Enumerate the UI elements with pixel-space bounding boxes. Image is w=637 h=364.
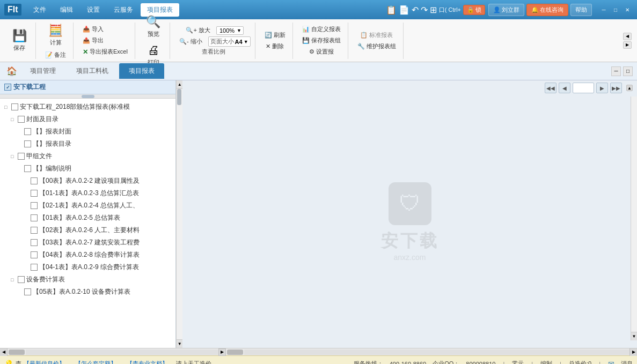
zoom-out-button[interactable]: 🔍- 缩小 [177, 36, 205, 47]
tree-item-note[interactable]: 【】编制说明 [0, 162, 175, 175]
export-excel-button[interactable]: ✕ 导出报表Excel [80, 47, 130, 57]
tree-check-04[interactable] [31, 251, 38, 258]
consult-button[interactable]: 🔔 在线咨询 [526, 4, 568, 16]
export-button[interactable]: 📤 导出 [80, 35, 130, 46]
vscroll-up-btn[interactable]: ▲ [177, 80, 182, 89]
tree-item-03[interactable]: 【03表】表A.0.2-7 建筑安装工程费 [0, 236, 175, 249]
tree-check-041[interactable] [31, 264, 38, 271]
calc-button[interactable]: 🧮 计算 [44, 21, 68, 49]
tree-item-cover-page[interactable]: 【】报表封面 [0, 125, 175, 138]
tree-item-01[interactable]: 【01表】表A.0.2-5 总估算表 [0, 212, 175, 224]
status-link-docs[interactable]: 【查专业文档】 [127, 360, 168, 364]
tree-group-equipment[interactable]: □ 设备费计算表 [0, 273, 175, 286]
menu-settings[interactable]: 设置 [80, 3, 106, 17]
minimize-button[interactable]: ─ [598, 4, 609, 15]
tree-item-01-1[interactable]: 【01-1表】表A.0.2-3 总估算汇总表 [0, 187, 175, 199]
save-report-group-button[interactable]: 💾 保存报表组 [299, 35, 343, 46]
status-link-quota[interactable]: 【怎么套定额】 [75, 360, 116, 364]
tree-group-jia[interactable]: □ 甲组文件 [0, 150, 175, 162]
page-last-btn[interactable]: ▶▶ [610, 83, 622, 93]
preview-button[interactable]: 🔍 预览 [142, 13, 165, 40]
zoom-in-button[interactable]: 🔍+ 放大 [183, 25, 213, 35]
hscroll-right-btn[interactable]: ▶ [629, 348, 637, 356]
tab-minimize-btn[interactable]: ─ [611, 66, 621, 76]
page-size-dropdown-icon[interactable]: ▼ [244, 39, 248, 44]
tree-check-jia[interactable] [18, 153, 25, 160]
menu-file[interactable]: 文件 [27, 3, 53, 17]
tree-item-05[interactable]: 【05表】表A.0.2-10 设备费计算表 [0, 286, 175, 298]
tree-item-02-1[interactable]: 【02-1表】表A.0.2-4 总估算人工、 [0, 199, 175, 212]
tree-group-cover[interactable]: □ 封面及目录 [0, 113, 175, 125]
msg-icon[interactable]: ✉ [608, 360, 614, 365]
tree-check-cp[interactable] [24, 128, 31, 135]
tree-check-00[interactable] [31, 177, 38, 184]
user-icon: 👤 [493, 6, 501, 13]
zoom-dropdown-icon[interactable]: ▼ [237, 28, 241, 33]
msg-label[interactable]: 消息 [621, 360, 633, 364]
tree-item-04[interactable]: 【04表】表A.0.2-8 综合费率计算表 [0, 249, 175, 261]
tree-item-04-1[interactable]: 【04-1表】表A.0.2-9 综合费计算表 [0, 261, 175, 273]
tree-check-cover[interactable] [18, 116, 25, 123]
tree-check-equip[interactable] [18, 276, 25, 283]
tab-project-materials[interactable]: 项目工料机 [67, 63, 118, 79]
tree-check-021[interactable] [31, 202, 38, 209]
tab-project-report[interactable]: 项目报表 [119, 63, 164, 79]
tree-item-00[interactable]: 【00表】表A.0.2-2 建设项目属性及 [0, 175, 175, 187]
tree-check-05[interactable] [24, 288, 31, 295]
tab-project-management[interactable]: 项目管理 [20, 63, 65, 79]
menu-cloud[interactable]: 云服务 [107, 3, 140, 17]
maximize-button[interactable]: □ [610, 4, 621, 15]
help-button[interactable]: 帮助 [570, 4, 592, 16]
vscroll-thumb[interactable] [177, 89, 181, 105]
left-panel-vscrollbar[interactable]: ▲ ▼ [176, 80, 182, 348]
menu-edit[interactable]: 编辑 [54, 3, 79, 17]
status-link-price[interactable]: 【最新信息价】 [24, 360, 65, 364]
hscroll-left-btn[interactable]: ◀ [0, 348, 8, 356]
right-vscroll-up[interactable]: ▲ [626, 85, 633, 91]
page-prev-btn[interactable]: ◀ [559, 83, 570, 93]
tree-check-1[interactable] [11, 103, 18, 110]
lock-button[interactable]: 🔒 锁 [463, 5, 485, 15]
notes-button[interactable]: 📝 备注 [42, 50, 69, 60]
tab-restore-btn[interactable]: □ [623, 66, 633, 76]
home-button[interactable]: 🏠 [4, 64, 19, 79]
tree-check-03[interactable] [31, 239, 38, 246]
paste-icon[interactable]: 📄 [399, 5, 409, 15]
hscroll-thumb-left[interactable] [9, 350, 25, 355]
maintain-report-group-button[interactable]: 🔧 维护报表组 [355, 41, 399, 51]
grid-icon[interactable]: ⊞ [430, 5, 437, 15]
right-vscroll-down-btn[interactable]: ▼ [631, 332, 637, 340]
page-number-input[interactable] [573, 83, 594, 93]
refresh-button[interactable]: 🔄 刷新 [262, 30, 288, 40]
page-next-btn[interactable]: ▶ [596, 83, 608, 93]
tree-item-toc[interactable]: 【】报表目录 [0, 138, 175, 150]
right-vscrollbar[interactable]: ▼ [631, 96, 637, 340]
undo-icon[interactable]: ↶ [412, 5, 419, 15]
tree-check-01[interactable] [31, 214, 38, 221]
close-button[interactable]: ✕ [622, 4, 633, 15]
window-controls: ─ □ ✕ [598, 4, 633, 15]
delete-button[interactable]: ✕ 删除 [263, 41, 287, 51]
save-button[interactable]: 💾 保存 [8, 27, 31, 54]
tree-check-toc[interactable] [24, 140, 31, 147]
tree-item-root[interactable]: □ 安下载工程_2018部颁估算报表(标准模 [0, 101, 175, 113]
import-button[interactable]: 📥 导入 [80, 24, 130, 34]
vscroll-down-btn[interactable]: ▼ [177, 339, 182, 348]
tree-check-011[interactable] [31, 190, 38, 197]
tree-item-02[interactable]: 【02表】表A.0.2-6 人工、主要材料 [0, 224, 175, 236]
standard-report-button[interactable]: 📋 标准报表 [357, 30, 396, 40]
hscroll-right-btn-mid[interactable]: ▶ [218, 348, 226, 356]
hscroll-thumb-right[interactable] [227, 350, 243, 355]
tree-check-02[interactable] [31, 227, 38, 234]
redo-icon[interactable]: ↷ [421, 5, 428, 15]
ribbon-scroll-right[interactable]: ▶ [623, 41, 632, 49]
user-button[interactable]: 👤 刘立群 [488, 4, 524, 16]
custom-report-button[interactable]: 📊 自定义报表 [299, 24, 343, 34]
setup-report-button[interactable]: ⚙ 设置报 [306, 47, 336, 57]
tree-check-note[interactable] [24, 165, 31, 172]
scroll-top-handle[interactable] [82, 95, 94, 98]
page-first-btn[interactable]: ◀◀ [545, 83, 557, 93]
copy-icon[interactable]: 📋 [386, 5, 397, 15]
ribbon-scroll-left[interactable]: ◀ [623, 33, 632, 40]
header-checkbox[interactable]: ✓ [4, 84, 11, 91]
